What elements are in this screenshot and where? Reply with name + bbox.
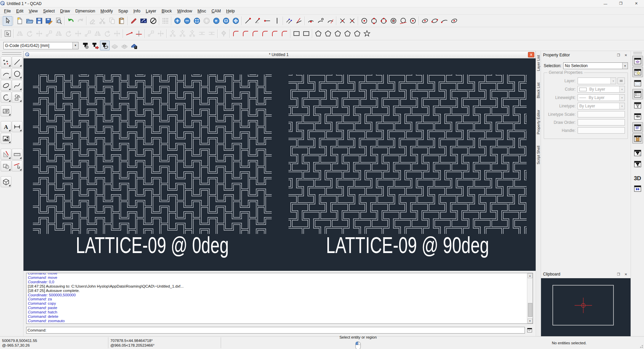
drawing-canvas[interactable]: LATTICE-09 @ 0degLATTICE-09 @ 90deg bbox=[23, 58, 536, 271]
flip-vertical-button[interactable] bbox=[63, 29, 73, 39]
offset-button[interactable] bbox=[83, 29, 93, 39]
bevel-button[interactable] bbox=[240, 29, 250, 39]
round-corner-button[interactable] bbox=[231, 29, 240, 39]
menu-edit[interactable]: Edit bbox=[13, 8, 26, 14]
cam-reload-button[interactable] bbox=[100, 41, 110, 50]
property-lineweight-combo[interactable]: By Layer▼ bbox=[578, 94, 625, 101]
draw-pencil-button[interactable] bbox=[129, 16, 139, 26]
chevron-down-icon[interactable]: ▼ bbox=[622, 63, 628, 69]
circle-3point-button[interactable] bbox=[379, 16, 388, 26]
solid-tool[interactable] bbox=[1, 176, 11, 187]
menu-dimension[interactable]: Dimension bbox=[73, 8, 98, 14]
paste-button[interactable] bbox=[117, 16, 126, 26]
property-color-combo[interactable]: By Layer▼ bbox=[578, 86, 625, 93]
close-button[interactable]: ✕ bbox=[629, 0, 644, 7]
line-angle-button[interactable] bbox=[253, 16, 262, 26]
mirror-button[interactable] bbox=[15, 29, 24, 39]
zoom-in-button[interactable] bbox=[172, 16, 182, 26]
break-gap-manual-button[interactable] bbox=[187, 29, 197, 39]
toolbar-drag-handle[interactable] bbox=[0, 29, 3, 38]
point-cross-button[interactable] bbox=[337, 16, 347, 26]
corner-trim-button[interactable] bbox=[270, 29, 279, 39]
image-tool[interactable] bbox=[1, 133, 11, 144]
new-file-button[interactable] bbox=[15, 16, 24, 26]
zoom-selection-button[interactable] bbox=[202, 16, 211, 26]
clipboard-toggle[interactable] bbox=[632, 133, 643, 144]
move-button[interactable] bbox=[34, 29, 44, 39]
properties-painter-button[interactable] bbox=[112, 29, 122, 39]
circle-concentric-button[interactable] bbox=[388, 16, 398, 26]
circle-tangent-point-button[interactable] bbox=[408, 16, 418, 26]
polygon-center-side-button[interactable] bbox=[323, 29, 333, 39]
cam-configuration-combo[interactable]: G-Code (G41/G42) [mm] ▼ bbox=[3, 42, 78, 49]
console-scrollbar[interactable]: ▲ ▼ bbox=[527, 273, 533, 323]
cam-simulate-toggle[interactable] bbox=[632, 183, 643, 194]
lengthen-button[interactable] bbox=[102, 29, 112, 39]
command-input[interactable]: Command: bbox=[26, 327, 525, 334]
arc-center-point-button[interactable] bbox=[306, 16, 316, 26]
property-linetype-scale-input[interactable] bbox=[578, 111, 625, 117]
console-detach-icon[interactable] bbox=[526, 327, 533, 334]
fillet-trim-button[interactable] bbox=[250, 29, 260, 39]
spacing-1-button[interactable] bbox=[197, 29, 207, 39]
copy-button[interactable] bbox=[107, 16, 117, 26]
save-button[interactable] bbox=[34, 16, 44, 26]
chevron-down-icon[interactable]: ▼ bbox=[72, 42, 78, 49]
save-as-button[interactable] bbox=[44, 16, 54, 26]
property-linetype-combo[interactable]: By Layer▼ bbox=[578, 103, 625, 109]
document-close-button[interactable]: x bbox=[528, 52, 534, 57]
divide-button[interactable] bbox=[146, 29, 156, 39]
flip-horizontal-button[interactable] bbox=[54, 29, 63, 39]
menu-file[interactable]: File bbox=[1, 8, 13, 14]
zoom-window-button[interactable] bbox=[221, 16, 231, 26]
dock-tab-block-list[interactable]: Block List bbox=[536, 81, 541, 100]
property-editor-toggle[interactable] bbox=[632, 89, 643, 99]
maximize-button[interactable]: ❐ bbox=[613, 0, 629, 7]
select-button[interactable] bbox=[3, 16, 12, 26]
nesting-button[interactable] bbox=[110, 41, 119, 50]
spacing-2-button[interactable] bbox=[207, 29, 216, 39]
layer-list-toggle[interactable] bbox=[632, 56, 643, 66]
text-tool[interactable]: A bbox=[1, 121, 11, 132]
resize-grip[interactable] bbox=[639, 344, 643, 348]
menu-misc[interactable]: Misc bbox=[195, 8, 209, 14]
draft-mode-button[interactable] bbox=[148, 16, 158, 26]
ellipse-point-button[interactable] bbox=[430, 16, 439, 26]
dock-tab-script-shell[interactable]: Script Shell bbox=[536, 144, 541, 166]
palette-drag-handle[interactable] bbox=[2, 52, 21, 55]
screen-linetypes-button[interactable] bbox=[139, 16, 148, 26]
cam-export-button[interactable] bbox=[90, 41, 100, 50]
menu-info[interactable]: Info bbox=[131, 8, 143, 14]
property-handle-input[interactable] bbox=[578, 127, 625, 134]
line-2points-button[interactable] bbox=[243, 16, 253, 26]
document-window-titlebar[interactable]: * Untitled 1 x bbox=[23, 51, 536, 58]
polygon-diameter-button[interactable] bbox=[352, 29, 362, 39]
line-parallel-button[interactable] bbox=[284, 16, 294, 26]
layer-menu-button[interactable] bbox=[618, 78, 625, 84]
menu-cam[interactable]: CAM bbox=[209, 8, 224, 14]
command-history[interactable]: Command: moveCommand: moveCoordinate: 0,… bbox=[26, 273, 533, 324]
menu-layer[interactable]: Layer bbox=[143, 8, 159, 14]
spline-tool[interactable] bbox=[12, 80, 22, 91]
menu-snap[interactable]: Snap bbox=[115, 8, 130, 14]
polygon-side-side-button[interactable] bbox=[333, 29, 342, 39]
property-layer-combo[interactable]: ▼ bbox=[578, 78, 616, 84]
selection-filter-toggle[interactable] bbox=[632, 100, 643, 110]
selection-combo[interactable]: No Selection ▼ bbox=[563, 62, 628, 69]
line-bisector-button[interactable] bbox=[294, 16, 304, 26]
menu-draw[interactable]: Draw bbox=[57, 8, 72, 14]
open-file-button[interactable] bbox=[24, 16, 34, 26]
command-line-toggle[interactable] bbox=[632, 122, 643, 133]
ellipse-inscribed-button[interactable] bbox=[449, 16, 459, 26]
measure-tool[interactable] bbox=[1, 149, 11, 160]
scroll-down-icon[interactable]: ▼ bbox=[528, 318, 533, 323]
polygon-2corners-button[interactable] bbox=[342, 29, 352, 39]
print-preview-button[interactable] bbox=[54, 16, 63, 26]
dock-strip-handle[interactable] bbox=[633, 52, 642, 54]
cut-button[interactable] bbox=[97, 16, 107, 26]
scroll-up-icon[interactable]: ▲ bbox=[528, 273, 533, 278]
corner-inner-button[interactable] bbox=[279, 29, 289, 39]
explode-button[interactable] bbox=[219, 29, 228, 39]
scale-button[interactable] bbox=[44, 29, 54, 39]
cam-tool-1-toggle[interactable]: 1 bbox=[632, 148, 643, 158]
